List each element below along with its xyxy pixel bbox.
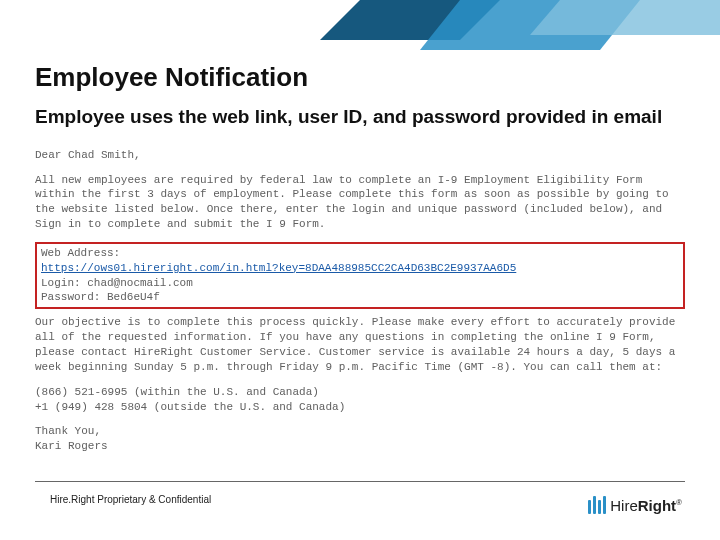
- logo-bars-icon: [588, 496, 606, 514]
- header-decoration: [300, 0, 720, 60]
- password-line: Password: Bed6eU4f: [41, 290, 679, 305]
- slide-content: Employee Notification Employee uses the …: [35, 62, 685, 454]
- hireright-logo: HireRight®: [588, 496, 682, 514]
- credentials-box: Web Address: https://ows01.hireright.com…: [35, 242, 685, 309]
- slide-title: Employee Notification: [35, 62, 685, 93]
- logo-second: Right: [638, 497, 676, 514]
- closing-name: Kari Rogers: [35, 439, 685, 454]
- phone-us: (866) 521-6995 (within the U.S. and Cana…: [35, 385, 685, 400]
- login-line: Login: chad@nocmail.com: [41, 276, 679, 291]
- email-body2: Our objective is to complete this proces…: [35, 315, 685, 374]
- footer-text: Hire.Right Proprietary & Confidential: [50, 494, 211, 505]
- slide-subtitle: Employee uses the web link, user ID, and…: [35, 105, 685, 130]
- logo-text: HireRight®: [610, 497, 682, 514]
- footer-rule: [35, 481, 685, 482]
- web-address-link[interactable]: https://ows01.hireright.com/in.html?key=…: [41, 262, 516, 274]
- web-address-label: Web Address:: [41, 246, 679, 261]
- email-greeting: Dear Chad Smith,: [35, 148, 685, 163]
- phone-intl: +1 (949) 428 5804 (outside the U.S. and …: [35, 400, 685, 415]
- svg-marker-2: [530, 0, 720, 35]
- closing-thanks: Thank You,: [35, 424, 685, 439]
- email-body: Dear Chad Smith, All new employees are r…: [35, 148, 685, 454]
- logo-first: Hire: [610, 497, 638, 514]
- email-intro: All new employees are required by federa…: [35, 173, 685, 232]
